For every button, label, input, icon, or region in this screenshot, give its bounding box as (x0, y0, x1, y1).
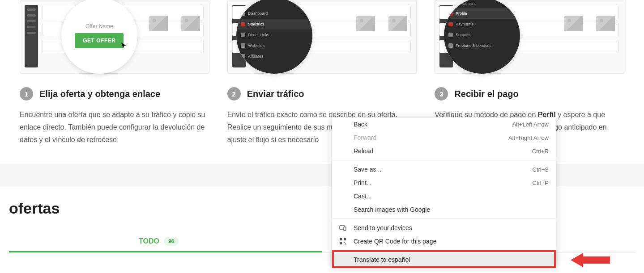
step-1-title: Elija oferta y obtenga enlace (39, 89, 160, 99)
step-1-zoom-circle: Offer Name GET OFFER (61, 0, 137, 74)
step-3-title: Recibir el pago (454, 89, 518, 99)
ctx-separator (332, 250, 556, 251)
qr-icon (339, 238, 346, 245)
ctx-back[interactable]: Back Alt+Left Arrow (332, 118, 556, 131)
ctx-save-as-shortcut: Ctrl+S (533, 166, 549, 173)
ctx-separator (332, 160, 556, 160)
menu-item-label: Affiliates (248, 54, 263, 59)
menu-item-label: Support (456, 33, 470, 37)
step-3-illustration: PERSONAL INFO Profile Payments Support F… (435, 0, 624, 74)
tab-todo[interactable]: TODO 96 (125, 231, 192, 252)
menu-item-label: Direct Links (248, 33, 269, 37)
step-number-badge: 1 (20, 87, 33, 101)
offer-name-label: Offer Name (85, 23, 113, 29)
step-2-illustration: TOOLS Dashboard Statistics Direct Links … (227, 0, 417, 74)
statistics-icon (241, 22, 245, 26)
ctx-search-images[interactable]: Search images with Google (332, 203, 556, 216)
menu-item-label: Freebies & bonuses (456, 43, 491, 48)
tab-todo-label: TODO (139, 237, 159, 245)
ctx-back-shortcut: Alt+Left Arrow (512, 121, 549, 128)
ctx-reload[interactable]: Reload Ctrl+R (332, 144, 556, 158)
svg-rect-3 (344, 238, 346, 240)
svg-rect-5 (344, 242, 345, 243)
ctx-reload-label: Reload (354, 147, 532, 155)
step-number-badge: 2 (227, 87, 241, 101)
ctx-create-qr-label: Create QR Code for this page (354, 238, 549, 245)
devices-icon (339, 224, 346, 231)
image-placeholder-icon (596, 16, 615, 31)
ctx-back-label: Back (354, 121, 512, 128)
ctx-forward-label: Forward (354, 134, 508, 141)
menu-item-label: Profile (456, 11, 467, 16)
ctx-reload-shortcut: Ctrl+R (532, 148, 549, 155)
image-placeholder-icon (564, 16, 583, 31)
tab-underline (9, 251, 322, 252)
menu-item-label: Payments (456, 22, 473, 26)
ctx-save-as[interactable]: Save as... Ctrl+S (332, 163, 556, 176)
ctx-print[interactable]: Print... Ctrl+P (332, 176, 556, 189)
globe-icon (241, 43, 245, 48)
ctx-send-devices[interactable]: Send to your devices (332, 221, 556, 235)
ctx-print-label: Print... (354, 179, 533, 186)
ctx-save-as-label: Save as... (354, 166, 533, 173)
annotation-arrow-icon (571, 251, 611, 252)
get-offer-button: GET OFFER (75, 33, 124, 48)
cursor-icon (120, 42, 128, 52)
svg-rect-6 (345, 244, 346, 244)
svg-rect-2 (340, 238, 342, 240)
ctx-cast-label: Cast... (354, 193, 549, 200)
svg-rect-4 (340, 242, 342, 244)
image-placeholder-icon (388, 16, 407, 31)
step-1-description: Encuentre una oferta que se adapte a su … (20, 109, 209, 146)
menu-item-label: Websites (248, 43, 264, 48)
ctx-send-devices-label: Send to your devices (354, 224, 549, 231)
get-offer-button-label: GET OFFER (83, 38, 115, 44)
ctx-search-images-label: Search images with Google (354, 206, 549, 213)
image-placeholder-icon (181, 16, 200, 31)
step-number-badge: 3 (435, 87, 448, 101)
support-icon (448, 33, 453, 37)
menu-item-label: Dashboard (248, 11, 268, 16)
ctx-forward[interactable]: Forward Alt+Right Arrow (332, 131, 556, 144)
ctx-separator (332, 218, 556, 219)
ctx-create-qr[interactable]: Create QR Code for this page (332, 235, 556, 248)
ctx-print-shortcut: Ctrl+P (533, 180, 549, 186)
browser-context-menu: Back Alt+Left Arrow Forward Alt+Right Ar… (332, 118, 556, 252)
image-placeholder-icon (149, 16, 168, 31)
tab-todo-count: 96 (164, 237, 179, 246)
step-1: Offer Name GET OFFER 1 Elija oferta y ob… (20, 0, 209, 146)
step-3-zoom-circle: PERSONAL INFO Profile Payments Support F… (444, 0, 520, 74)
ctx-forward-shortcut: Alt+Right Arrow (508, 134, 549, 141)
image-placeholder-icon (356, 16, 375, 31)
link-icon (241, 33, 245, 37)
gift-icon (448, 43, 453, 48)
ctx-cast[interactable]: Cast... (332, 189, 556, 203)
payments-icon (448, 22, 453, 26)
step-1-illustration: Offer Name GET OFFER (20, 0, 209, 74)
step-2-title: Enviar tráfico (247, 89, 304, 99)
step-2-zoom-circle: TOOLS Dashboard Statistics Direct Links … (236, 0, 312, 74)
menu-item-label: Statistics (248, 22, 264, 26)
svg-rect-1 (344, 227, 346, 231)
